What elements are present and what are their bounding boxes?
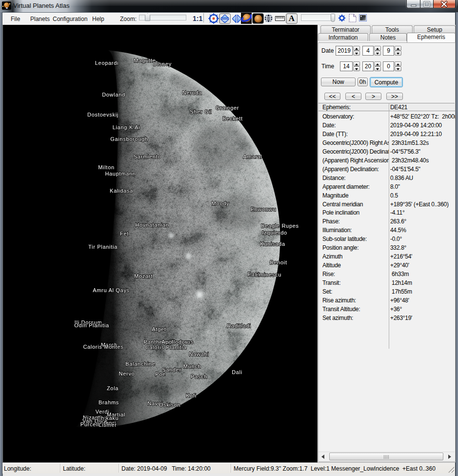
svg-text:Raditladi: Raditladi: [227, 323, 251, 329]
svg-text:Atget: Atget: [152, 326, 166, 332]
svg-text:Zola: Zola: [107, 385, 119, 391]
svg-text:Balanchine: Balanchine: [125, 361, 155, 367]
svg-text:Sher Gil: Sher Gil: [190, 109, 212, 115]
svg-text:Tir Planitia: Tir Planitia: [88, 244, 118, 250]
svg-text:Neruda: Neruda: [182, 90, 202, 96]
svg-text:Amaral: Amaral: [243, 154, 262, 159]
svg-text:Kofi: Kofi: [186, 393, 197, 398]
svg-text:Enwonwu: Enwonwu: [251, 206, 277, 212]
svg-text:Poe: Poe: [155, 371, 166, 377]
svg-text:Beagle Rupes: Beagle Rupes: [261, 223, 299, 229]
svg-text:Dostoevskij: Dostoevskij: [87, 112, 119, 118]
svg-text:Nawahi: Nawahi: [189, 351, 209, 357]
svg-text:Beckett: Beckett: [222, 116, 243, 121]
svg-text:Grainger: Grainger: [216, 105, 239, 111]
svg-text:Kunisada: Kunisada: [260, 241, 285, 247]
svg-text:Lismer: Lismer: [99, 422, 117, 428]
svg-text:Magritte: Magritte: [134, 58, 156, 63]
svg-text:Fet: Fet: [120, 231, 129, 237]
svg-text:Disney: Disney: [153, 61, 172, 67]
svg-text:Amru Al Qays: Amru Al Qays: [93, 287, 130, 293]
svg-text:Brahms: Brahms: [99, 399, 119, 405]
svg-text:Benoit: Benoit: [270, 259, 287, 265]
svg-text:Odin Planitia: Odin Planitia: [74, 322, 109, 328]
svg-text:Dali: Dali: [232, 369, 242, 375]
svg-text:Dowland: Dowland: [102, 92, 125, 98]
svg-text:Moody: Moody: [212, 200, 230, 206]
svg-text:Izquierdo: Izquierdo: [262, 230, 287, 236]
svg-text:Caloris Planitia: Caloris Planitia: [145, 344, 187, 350]
svg-text:Oskison: Oskison: [159, 402, 181, 408]
svg-text:Kalidasa: Kalidasa: [110, 188, 133, 194]
svg-text:Milton: Milton: [98, 164, 115, 170]
svg-text:Pasch: Pasch: [191, 374, 207, 379]
svg-text:Gainsborough: Gainsborough: [110, 136, 148, 142]
svg-text:Hauptmann: Hauptmann: [105, 171, 136, 177]
svg-text:Caloris Montes: Caloris Montes: [83, 344, 123, 350]
svg-text:Purcell: Purcell: [80, 421, 100, 427]
svg-text:Mozart: Mozart: [134, 273, 153, 279]
svg-text:Munch: Munch: [183, 363, 201, 369]
svg-text:Hovnatanian: Hovnatanian: [135, 222, 169, 228]
svg-text:Leopardi: Leopardi: [95, 60, 119, 66]
svg-text:Sarmiento: Sarmiento: [134, 154, 161, 159]
svg-text:Eminescu: Eminescu: [255, 272, 281, 278]
svg-text:Nervo: Nervo: [119, 371, 135, 377]
svg-text:Liang K Ai: Liang K Ai: [113, 124, 140, 130]
